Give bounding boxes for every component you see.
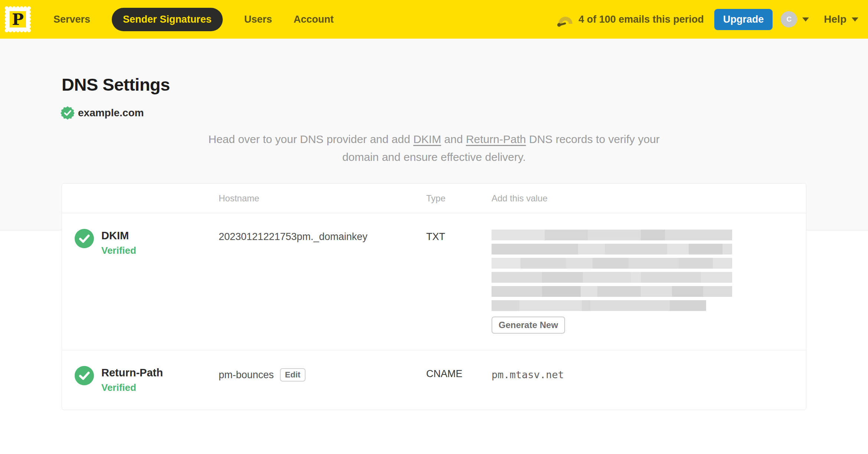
nav-item-servers[interactable]: Servers	[53, 14, 90, 25]
type-cell: CNAME	[426, 366, 492, 380]
redacted-line	[492, 272, 732, 283]
nav-right-group: 4 of 100 emails this period Upgrade C He…	[557, 9, 858, 30]
help-menu[interactable]: Help	[824, 13, 858, 25]
chevron-down-icon	[802, 17, 809, 22]
nav-menu: Servers Sender Signatures Users Account	[53, 8, 355, 31]
column-header-type: Type	[426, 193, 492, 204]
hostname-value: 20230121221753pm._domainkey	[219, 231, 368, 243]
status-cell	[75, 229, 101, 248]
description-text: Head over to your DNS provider and add	[208, 133, 413, 145]
redacted-line	[492, 258, 732, 269]
redacted-dkim-value	[492, 230, 791, 311]
column-header-hostname: Hostname	[219, 193, 426, 204]
page-title: DNS Settings	[62, 74, 868, 95]
table-row-dkim: DKIM Verified 20230121221753pm._domainke…	[62, 213, 806, 350]
gauge-icon	[557, 12, 574, 27]
description-text: and	[441, 133, 466, 145]
record-cell: DKIM Verified	[101, 229, 219, 256]
nav-item-users[interactable]: Users	[244, 14, 272, 25]
main-content: DNS Settings example.com Head over to yo…	[0, 74, 868, 410]
value-cell: pm.mtasv.net	[492, 366, 791, 380]
type-cell: TXT	[426, 229, 492, 243]
help-label: Help	[824, 13, 846, 25]
status-cell	[75, 366, 101, 385]
redacted-line	[492, 244, 732, 254]
page-description: Head over to your DNS provider and add D…	[189, 130, 679, 166]
generate-new-button[interactable]: Generate New	[492, 317, 565, 334]
usage-text: 4 of 100 emails this period	[578, 14, 704, 25]
hostname-cell: pm-bounces Edit	[219, 366, 426, 382]
postmark-logo-icon[interactable]: P	[3, 4, 33, 34]
chevron-down-icon	[852, 17, 858, 22]
record-name: Return-Path	[101, 366, 219, 379]
status-badge: Verified	[101, 245, 219, 256]
table-row-return-path: Return-Path Verified pm-bounces Edit CNA…	[62, 350, 806, 410]
nav-item-sender-signatures[interactable]: Sender Signatures	[112, 8, 223, 31]
cname-value: pm.mtasv.net	[492, 367, 791, 380]
verified-check-icon	[75, 229, 94, 248]
redacted-line	[492, 286, 732, 297]
dkim-link[interactable]: DKIM	[413, 133, 441, 145]
verified-check-icon	[75, 366, 94, 385]
verified-seal-icon	[61, 106, 75, 120]
edit-button[interactable]: Edit	[280, 368, 306, 382]
account-menu[interactable]: C	[781, 11, 809, 27]
redacted-line	[492, 230, 732, 240]
value-cell: Generate New	[492, 229, 791, 334]
hostname-value: pm-bounces	[219, 369, 274, 381]
domain-name: example.com	[78, 107, 144, 119]
upgrade-button[interactable]: Upgrade	[714, 9, 773, 30]
nav-item-account[interactable]: Account	[294, 14, 334, 25]
verified-domain: example.com	[61, 106, 868, 120]
avatar[interactable]: C	[781, 11, 797, 27]
return-path-link[interactable]: Return-Path	[466, 133, 526, 145]
usage-meter: 4 of 100 emails this period	[557, 12, 704, 27]
redacted-line	[492, 300, 706, 311]
table-header-row: Hostname Type Add this value	[62, 184, 806, 213]
record-name: DKIM	[101, 229, 219, 242]
hostname-cell: 20230121221753pm._domainkey	[219, 229, 426, 243]
record-cell: Return-Path Verified	[101, 366, 219, 393]
svg-text:P: P	[12, 10, 24, 29]
column-header-value: Add this value	[492, 193, 791, 204]
status-badge: Verified	[101, 382, 219, 393]
dns-records-card: Hostname Type Add this value DKIM Verifi…	[62, 183, 806, 410]
top-nav: P Servers Sender Signatures Users Accoun…	[0, 0, 868, 39]
